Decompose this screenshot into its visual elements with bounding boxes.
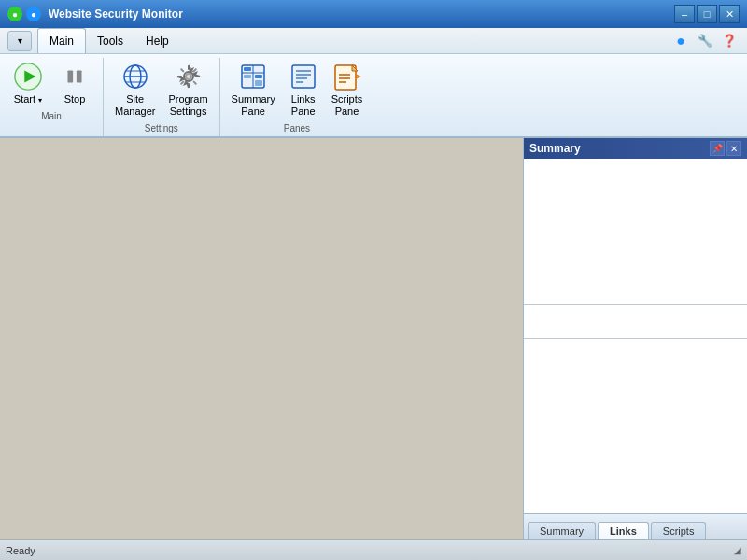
- resize-handle: ◢: [734, 545, 741, 555]
- tab-links[interactable]: Links: [598, 522, 649, 539]
- site-manager-label: SiteManager: [115, 93, 155, 118]
- close-button[interactable]: ✕: [719, 5, 740, 23]
- menu-bar-right: ● 🔧 ❓: [670, 28, 743, 53]
- site-manager-icon: [120, 62, 150, 91]
- svg-rect-26: [255, 80, 262, 86]
- links-pane-label: LinksPane: [291, 93, 316, 118]
- svg-rect-3: [77, 70, 82, 82]
- main-content: Summary 📌 ✕ Summary Links Scripts: [0, 138, 747, 539]
- svg-rect-13: [188, 83, 190, 88]
- panel-section-bottom: [524, 339, 747, 513]
- svg-rect-14: [177, 76, 182, 77]
- stop-icon: [60, 62, 90, 91]
- status-text: Ready: [6, 545, 35, 556]
- menu-bar: ▾ Main Tools Help ● 🔧 ❓: [0, 28, 747, 54]
- stop-label: Stop: [64, 93, 86, 105]
- summary-pane-icon: [238, 62, 268, 91]
- program-settings-icon: [174, 62, 204, 91]
- svg-rect-12: [188, 65, 190, 70]
- svg-point-11: [187, 75, 190, 78]
- program-settings-label: ProgramSettings: [168, 93, 207, 118]
- svg-rect-18: [179, 68, 184, 73]
- menu-tools[interactable]: Tools: [86, 28, 134, 53]
- header-icon-help: ❓: [719, 31, 740, 51]
- svg-rect-25: [244, 75, 251, 78]
- summary-pane-button[interactable]: SummaryPane: [226, 58, 281, 121]
- bottom-tabs: Summary Links Scripts: [524, 513, 747, 539]
- panel-close-button[interactable]: ✕: [726, 141, 741, 156]
- menu-main[interactable]: Main: [37, 28, 86, 53]
- start-button[interactable]: Start ▾: [6, 58, 50, 109]
- site-manager-button[interactable]: SiteManager: [109, 58, 161, 121]
- panel-title-bar: Summary 📌 ✕: [524, 138, 747, 159]
- window-controls: – □ ✕: [674, 5, 740, 23]
- links-pane-button[interactable]: LinksPane: [283, 58, 324, 121]
- menu-bar-left: ▾: [4, 28, 37, 53]
- ribbon-group-panes: SummaryPane LinksPane: [220, 58, 374, 136]
- svg-rect-27: [292, 65, 315, 88]
- panel-pin-button[interactable]: 📌: [710, 141, 725, 156]
- window-title: Website Security Monitor: [49, 7, 674, 21]
- start-icon: [13, 62, 43, 91]
- panel-section-top: [524, 159, 747, 305]
- panel-title: Summary: [529, 142, 708, 155]
- maximize-button[interactable]: □: [697, 5, 717, 23]
- menu-help[interactable]: Help: [134, 28, 180, 53]
- title-bar-app-icons: ● ●: [7, 7, 41, 21]
- ribbon-main-buttons: Start ▾ Stop: [6, 58, 97, 109]
- scripts-pane-icon: [331, 62, 361, 91]
- ribbon-group-main-label: Main: [41, 111, 62, 124]
- program-settings-button[interactable]: ProgramSettings: [162, 58, 213, 121]
- tab-scripts[interactable]: Scripts: [651, 522, 707, 539]
- svg-rect-2: [67, 70, 73, 82]
- title-bar: ● ● Website Security Monitor – □ ✕: [0, 0, 747, 28]
- right-panel: Summary 📌 ✕ Summary Links Scripts: [523, 138, 747, 539]
- work-area: [0, 138, 523, 539]
- svg-rect-19: [192, 80, 197, 85]
- quick-access-button[interactable]: ▾: [7, 31, 32, 51]
- stop-button[interactable]: Stop: [52, 58, 97, 109]
- app-icon-green: ●: [7, 7, 22, 21]
- ribbon-group-settings: SiteManager: [104, 58, 220, 136]
- status-bar: Ready ◢: [0, 539, 747, 560]
- links-pane-icon: [289, 62, 318, 91]
- ribbon-group-panes-label: Panes: [284, 123, 310, 136]
- header-icon-gear: 🔧: [695, 31, 715, 51]
- app-icon-blue: ●: [26, 7, 41, 21]
- ribbon: Start ▾ Stop Main: [0, 54, 747, 138]
- ribbon-group-settings-label: Settings: [145, 123, 178, 136]
- ribbon-panes-buttons: SummaryPane LinksPane: [226, 58, 369, 121]
- svg-rect-24: [255, 75, 262, 78]
- svg-rect-15: [195, 76, 200, 77]
- start-label: Start ▾: [14, 93, 42, 105]
- panel-section-mid: [524, 305, 747, 339]
- header-icon-blue: ●: [670, 31, 691, 51]
- ribbon-group-main: Start ▾ Stop Main: [0, 58, 104, 136]
- summary-pane-label: SummaryPane: [232, 93, 275, 118]
- minimize-button[interactable]: –: [674, 5, 695, 23]
- tab-summary[interactable]: Summary: [528, 522, 596, 539]
- scripts-pane-label: ScriptsPane: [331, 93, 363, 118]
- svg-rect-23: [244, 67, 251, 71]
- ribbon-settings-buttons: SiteManager: [109, 58, 214, 121]
- scripts-pane-button[interactable]: ScriptsPane: [326, 58, 369, 121]
